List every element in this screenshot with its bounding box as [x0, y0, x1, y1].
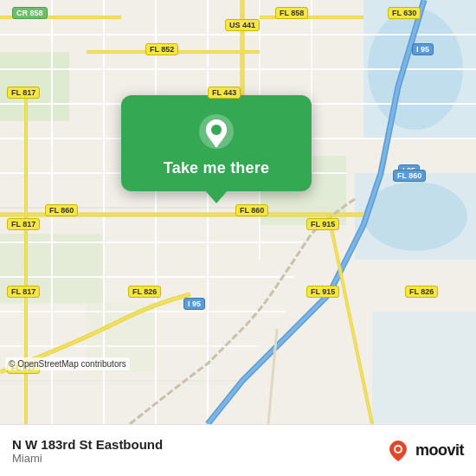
- location-info: N W 183rd St Eastbound Miami: [12, 437, 386, 465]
- road-label-i95-tr: I 95: [412, 43, 434, 55]
- location-name: N W 183rd St Eastbound: [12, 437, 386, 452]
- road-label-fl860-r: FL 860: [235, 204, 268, 216]
- location-city: Miami: [12, 452, 386, 465]
- road-label-fl826: FL 826: [128, 286, 161, 298]
- road-label-fl817-1: FL 817: [7, 87, 40, 99]
- road-label-fl915-2: FL 915: [306, 286, 339, 298]
- road-label-fl630: FL 630: [388, 7, 421, 19]
- moovit-brand-text: moovit: [415, 441, 464, 460]
- road-label-fl860-m: FL 860: [45, 204, 78, 216]
- road-label-fl443: FL 443: [208, 87, 241, 99]
- road-label-fl817-2: FL 817: [7, 218, 40, 230]
- svg-point-47: [396, 447, 401, 452]
- take-me-there-button[interactable]: Take me there: [164, 159, 269, 177]
- road-label-fl915-1: FL 915: [306, 218, 339, 230]
- moovit-pin-icon: [386, 439, 410, 463]
- svg-point-4: [363, 182, 467, 251]
- road-label-fl817-3: FL 817: [7, 286, 40, 298]
- svg-point-45: [211, 125, 222, 135]
- bottom-bar: N W 183rd St Eastbound Miami moovit: [0, 424, 476, 476]
- moovit-logo: moovit: [386, 439, 464, 463]
- road-label-fl858-tr: FL 858: [275, 7, 308, 19]
- road-label-i95-b: I 95: [183, 298, 205, 310]
- map-container: Take me there CR 858 FL 858 FL 630 US 44…: [0, 0, 476, 424]
- road-label-fl860-blue: FL 860: [393, 170, 426, 182]
- road-label-us441: US 441: [225, 19, 260, 31]
- location-pin-icon: [197, 113, 235, 151]
- svg-rect-5: [372, 312, 476, 424]
- osm-attribution: © OpenStreetMap contributors: [5, 357, 130, 370]
- popup-card[interactable]: Take me there: [121, 95, 312, 191]
- road-label-fl826-r: FL 826: [405, 286, 438, 298]
- road-label-fl852: FL 852: [145, 43, 178, 55]
- road-label-cr858: CR 858: [12, 7, 48, 19]
